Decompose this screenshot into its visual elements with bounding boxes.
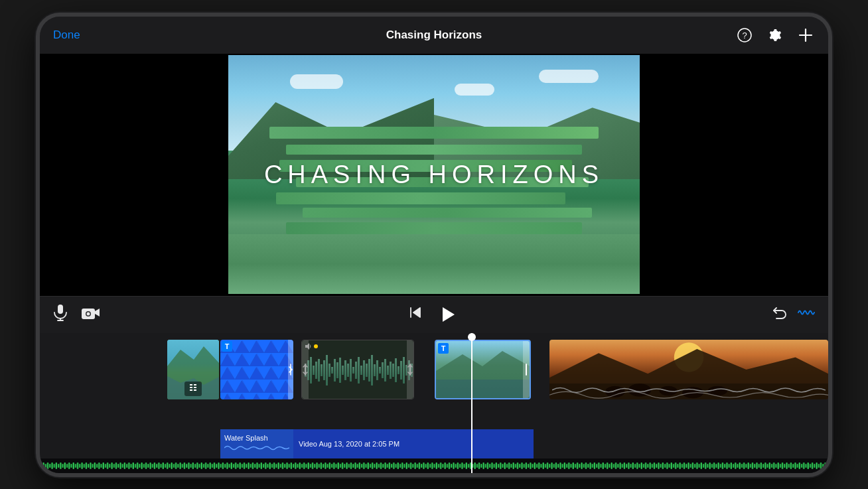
svg-rect-22 [321,364,323,376]
svg-rect-44 [379,367,381,374]
svg-rect-19 [313,366,315,375]
clip-first-thumbnail [167,340,219,399]
svg-rect-29 [339,358,341,383]
controls-left [53,304,100,325]
timeline: T Water Splash [40,333,828,473]
playhead [471,333,472,473]
skip-to-start-button[interactable] [408,305,423,324]
svg-rect-47 [387,366,389,375]
clip-water-splash-trim-right[interactable] [288,340,293,399]
undo-button[interactable] [771,305,787,324]
svg-rect-41 [371,355,373,385]
video-title-overlay: CHASING HORIZONS [264,161,604,189]
green-waveform [40,461,828,470]
clip-first[interactable] [167,340,219,399]
clip-audio-trim-left[interactable] [302,340,309,399]
svg-rect-42 [374,364,376,376]
svg-rect-52 [400,361,402,380]
header-bar: Done Chasing Horizons ? [40,17,828,54]
svg-rect-32 [347,364,349,377]
svg-rect-34 [352,367,354,374]
svg-text:?: ? [742,30,747,40]
svg-rect-23 [323,360,325,380]
video-preview: CHASING HORIZONS [228,55,640,294]
svg-rect-20 [315,362,317,379]
water-splash-pattern: T [220,340,293,399]
controls-right [771,305,815,324]
svg-rect-35 [355,362,357,379]
svg-rect-58 [436,380,531,399]
project-title: Chasing Horizons [386,29,482,41]
svg-rect-39 [366,364,368,377]
controls-center [408,300,463,329]
svg-text:T: T [225,342,230,350]
svg-rect-46 [384,359,386,382]
valley [228,234,640,294]
video-label-bar: Video Aug 13, 2020 at 2:05 PM [293,429,534,458]
svg-rect-30 [342,366,344,375]
svg-rect-26 [331,367,333,374]
svg-rect-21 [318,359,320,382]
done-button[interactable]: Done [53,29,80,42]
header-left: Done [53,29,80,42]
text-clip-thumbnail: T [436,341,531,399]
video-label-text: Video Aug 13, 2020 at 2:05 PM [299,440,399,448]
svg-rect-28 [336,362,338,378]
clip-text-trim-right[interactable] [523,341,530,398]
header-right: ? [735,26,815,44]
play-button[interactable] [433,300,463,329]
svg-rect-50 [395,358,397,382]
svg-text:T: T [441,344,446,352]
svg-rect-27 [334,359,336,382]
clip-audio[interactable] [301,340,414,399]
clip-text-overlay[interactable]: T [435,340,531,399]
svg-rect-51 [398,366,399,374]
help-button[interactable]: ? [735,26,754,44]
audio-waveform-button[interactable] [798,305,815,324]
clip-audio-trim-right[interactable] [407,340,413,399]
svg-point-7 [87,313,90,316]
svg-rect-25 [328,364,330,377]
water-splash-label: Water Splash [220,429,293,458]
settings-button[interactable] [766,26,784,44]
water-splash-waveform [224,443,289,453]
clip-long-right[interactable] [549,340,828,399]
controls-bar [40,296,828,333]
svg-rect-24 [326,355,328,385]
svg-rect-38 [363,360,365,380]
svg-rect-45 [382,362,384,378]
long-clip-waveform [552,382,826,398]
svg-rect-53 [403,357,405,384]
svg-rect-18 [310,357,312,384]
svg-rect-49 [392,364,394,377]
header-center: Chasing Horizons [386,29,482,42]
cloud-3 [539,70,599,83]
audio-waveform-visual [302,340,414,399]
svg-rect-43 [376,360,378,380]
svg-rect-71 [42,461,826,470]
clip-water-splash[interactable]: T [220,340,293,399]
svg-rect-36 [358,357,360,384]
water-splash-title: Water Splash [224,434,268,442]
svg-rect-48 [390,362,392,379]
svg-rect-31 [344,360,346,380]
add-button[interactable] [796,26,815,44]
device-frame: Done Chasing Horizons ? [36,13,832,477]
svg-rect-37 [360,366,362,375]
preview-area: CHASING HORIZONS [40,54,828,296]
svg-rect-2 [58,305,63,314]
bottom-waveform-bar [40,458,828,473]
microphone-button[interactable] [53,304,68,325]
svg-point-14 [314,344,318,348]
svg-rect-40 [368,359,370,382]
svg-rect-33 [350,359,352,382]
camera-button[interactable] [81,305,100,324]
